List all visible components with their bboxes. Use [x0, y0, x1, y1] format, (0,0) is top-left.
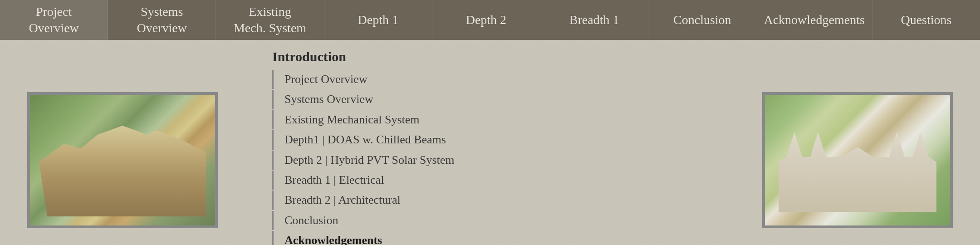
nav-depth-2[interactable]: Depth 2: [432, 0, 540, 40]
nav-depth-1[interactable]: Depth 1: [324, 0, 432, 40]
navigation-bar: Project Overview Systems Overview Existi…: [0, 0, 980, 40]
building-image-left: [27, 92, 218, 228]
building-image-right: [762, 92, 953, 228]
slide-menu: Introduction Project Overview Systems Ov…: [254, 49, 726, 245]
menu-item-project-overview[interactable]: Project Overview: [272, 70, 726, 89]
menu-item-acknowledgements[interactable]: Acknowledgements: [272, 231, 726, 245]
nav-project-overview[interactable]: Project Overview: [0, 0, 108, 40]
nav-systems-overview[interactable]: Systems Overview: [108, 0, 216, 40]
menu-item-depth1[interactable]: Depth1 | DOAS w. Chilled Beams: [272, 130, 726, 149]
nav-questions[interactable]: Questions: [872, 0, 980, 40]
menu-item-existing-mech[interactable]: Existing Mechanical System: [272, 110, 726, 129]
menu-title: Introduction: [272, 49, 726, 64]
menu-item-conclusion[interactable]: Conclusion: [272, 211, 726, 230]
nav-conclusion[interactable]: Conclusion: [648, 0, 756, 40]
menu-item-breadth2[interactable]: Breadth 2 | Architectural: [272, 191, 726, 210]
main-content: Introduction Project Overview Systems Ov…: [0, 40, 980, 245]
menu-item-breadth1[interactable]: Breadth 1 | Electrical: [272, 171, 726, 190]
nav-breadth-1[interactable]: Breadth 1: [540, 0, 648, 40]
menu-item-systems-overview[interactable]: Systems Overview: [272, 90, 726, 109]
nav-acknowledgements[interactable]: Acknowledgements: [756, 0, 872, 40]
menu-item-depth2[interactable]: Depth 2 | Hybrid PVT Solar System: [272, 151, 726, 170]
nav-existing-mech[interactable]: Existing Mech. System: [216, 0, 324, 40]
